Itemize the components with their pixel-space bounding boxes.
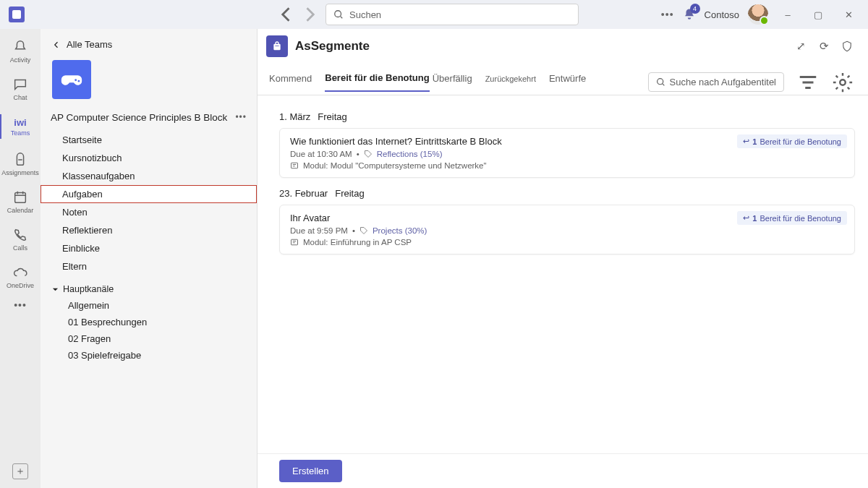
gamepad-icon	[59, 67, 84, 92]
rail-label: Calls	[13, 244, 27, 252]
notifications-button[interactable]: 4	[683, 8, 696, 21]
team-more-button[interactable]: •••	[232, 109, 250, 125]
assignments-app-icon	[266, 35, 288, 57]
window-maximize-button[interactable]: ▢	[807, 4, 829, 25]
rail-label: OneDrive	[7, 282, 34, 289]
rail-calls[interactable]: Calls	[0, 221, 41, 257]
main-area: AsSegmente ⤢ ⟳ Kommend Bereit für die Be…	[258, 29, 868, 488]
rail-chat[interactable]: Chat	[0, 71, 41, 107]
channel-general[interactable]: Allgemein	[41, 297, 257, 314]
tab-drafts[interactable]: Entwürfe	[549, 73, 586, 91]
assignment-card[interactable]: Wie funktioniert das Internet? Eintritts…	[279, 128, 855, 178]
menu-classwork[interactable]: Klassenaufgaben	[41, 167, 257, 185]
channel-03[interactable]: 03 Spielefreigabe	[41, 347, 257, 364]
day-label: Freitag	[335, 188, 364, 199]
nav-back-button[interactable]	[276, 4, 297, 25]
rail-label: Calendar	[7, 207, 34, 214]
chevron-left-icon	[52, 40, 61, 49]
tab-returned[interactable]: Zurückgekehrt	[485, 74, 536, 90]
gear-icon	[832, 72, 854, 93]
category-tag: Reflections (15%)	[377, 150, 443, 158]
assignment-list: 1. März Freitag Wie funktioniert das Int…	[258, 95, 868, 488]
search-assignments-input[interactable]: Suche nach Aufgabentitel	[648, 72, 784, 92]
status-badge: ↩ 1 Bereit für die Benotung	[737, 211, 847, 225]
menu-reflect[interactable]: Reflektieren	[41, 221, 257, 239]
turn-in-icon: ↩	[743, 213, 749, 223]
main-header: AsSegmente ⤢ ⟳	[258, 29, 868, 64]
search-icon	[656, 77, 665, 87]
rail-teams[interactable]: iwi Teams	[0, 108, 41, 145]
bell-icon	[12, 39, 28, 55]
tag-icon	[364, 150, 373, 158]
svg-rect-5	[292, 239, 298, 245]
svg-rect-4	[292, 163, 298, 168]
global-search-input[interactable]: Suchen	[326, 4, 579, 25]
settings-button[interactable]	[832, 72, 854, 93]
create-button[interactable]: Erstellen	[279, 460, 342, 482]
team-menu: Startseite Kursnotizbuch Klassenaufgaben…	[41, 131, 257, 275]
rail-label-top: iwi	[14, 117, 26, 128]
status-count: 1	[752, 137, 757, 146]
back-label: Alle Teams	[67, 39, 112, 50]
menu-insights[interactable]: Einblicke	[41, 239, 257, 257]
date-group-header: 23. Februar Freitag	[279, 188, 855, 199]
module-icon	[290, 161, 299, 170]
window-close-button[interactable]: ✕	[838, 4, 859, 25]
day-label: Freitag	[318, 111, 346, 122]
org-name: Contoso	[705, 9, 739, 20]
tag-icon	[359, 226, 368, 235]
title-bar: Suchen ••• 4 Contoso – ▢ ✕	[0, 0, 868, 29]
calendar-icon	[12, 189, 28, 205]
rail-more-button[interactable]: •••	[14, 299, 27, 311]
channel-02[interactable]: 02 Fragen	[41, 330, 257, 347]
search-placeholder: Suche nach Aufgabentitel	[670, 77, 776, 87]
svg-point-0	[335, 11, 341, 17]
team-panel: Alle Teams AP Computer Science Principle…	[41, 29, 258, 488]
rail-label: Chat	[13, 94, 27, 101]
main-title: AsSegmente	[295, 39, 370, 53]
svg-rect-1	[15, 193, 26, 203]
rail-assignments[interactable]: Assignments	[0, 146, 41, 182]
module-label: Modul: Modul "Computersysteme und Netzwe…	[303, 161, 487, 170]
filter-button[interactable]	[797, 72, 819, 93]
menu-parents[interactable]: Eltern	[41, 257, 257, 275]
channels-section-toggle[interactable]: Hauptkanäle	[41, 275, 257, 297]
menu-home[interactable]: Startseite	[41, 131, 257, 149]
back-to-teams-button[interactable]: Alle Teams	[41, 36, 257, 57]
assignment-card[interactable]: Ihr Avatar Due at 9:59 PM • Projects (30…	[279, 205, 855, 254]
tab-ready-to-grade[interactable]: Bereit für die Benotung	[325, 72, 429, 92]
due-time: Due at 9:59 PM	[290, 226, 348, 235]
rail-label: Teams	[11, 129, 30, 137]
svg-point-3	[840, 80, 846, 85]
rail-onedrive[interactable]: OneDrive	[0, 259, 41, 295]
nav-forward-button[interactable]	[299, 4, 320, 25]
module-icon	[290, 238, 299, 247]
user-avatar[interactable]	[748, 4, 768, 25]
tab-upcoming[interactable]: Kommend	[269, 73, 312, 91]
turn-in-icon: ↩	[743, 137, 749, 146]
expand-button[interactable]: ⤢	[794, 40, 807, 53]
rail-calendar[interactable]: Calendar	[0, 184, 41, 220]
menu-assignments[interactable]: Aufgaben	[41, 185, 257, 203]
shield-icon[interactable]	[841, 40, 854, 53]
tabs-row: Kommend Bereit für die Benotung Überfäll…	[258, 64, 868, 95]
channel-01[interactable]: 01 Besprechungen	[41, 314, 257, 330]
window-minimize-button[interactable]: –	[777, 4, 799, 25]
section-label: Hauptkanäle	[63, 284, 114, 294]
team-avatar[interactable]	[52, 60, 91, 99]
rail-apps-button[interactable]: ＋	[12, 463, 28, 479]
app-rail: Activity Chat iwi Teams Assignments Cale…	[0, 29, 41, 488]
menu-grades[interactable]: Noten	[41, 203, 257, 221]
menu-classnotebook[interactable]: Kursnotizbuch	[41, 149, 257, 167]
refresh-button[interactable]: ⟳	[817, 40, 830, 53]
rail-activity[interactable]: Activity	[0, 33, 41, 69]
tab-overdue[interactable]: Überfällig	[433, 73, 472, 91]
backpack-icon	[271, 40, 283, 52]
status-count: 1	[752, 214, 757, 223]
search-icon	[333, 9, 344, 20]
search-placeholder: Suchen	[349, 9, 381, 20]
due-time: Due at 10:30 AM	[290, 150, 352, 158]
rail-label: Activity	[10, 56, 31, 64]
app-logo	[9, 7, 25, 22]
more-button[interactable]: •••	[661, 9, 674, 20]
